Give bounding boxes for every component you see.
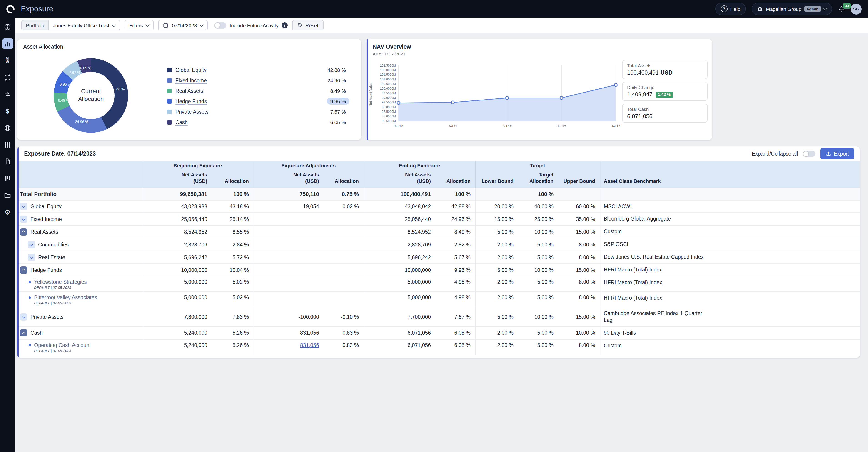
sidebar-item-billing[interactable]: $	[2, 106, 13, 116]
sync-icon	[4, 73, 11, 81]
stat-label: Daily Change	[627, 85, 703, 90]
cell-ub: 8.00 %	[558, 251, 600, 264]
cell-ana: 19,054	[254, 200, 323, 213]
adjustment-link[interactable]: 831,056	[300, 342, 319, 348]
cell-bna: 5,000,000	[142, 292, 212, 307]
legend-value: 6.05 %	[327, 119, 350, 125]
cell-bna: 5,240,000	[142, 327, 212, 339]
sidebar-item-info[interactable]	[2, 21, 13, 32]
col-lower-bound: Lower Bound	[475, 170, 518, 188]
expand-row-button[interactable]	[20, 313, 27, 321]
cell-ana	[254, 292, 323, 307]
user-avatar[interactable]: SG	[851, 3, 862, 14]
cell-eal: 2.82 %	[435, 238, 475, 251]
cell-ana	[254, 225, 323, 238]
sidebar-item-transfers[interactable]	[2, 89, 13, 99]
cell-lb: 2.00 %	[475, 339, 518, 355]
help-button[interactable]: ? Help	[715, 3, 746, 15]
benchmark-text: HFRI Macro (Total) Index	[604, 295, 662, 301]
cell-ena: 5,000,000	[364, 276, 435, 292]
y-tick-label: 100.0000M	[380, 87, 396, 90]
cell-ub: 8.00 %	[558, 276, 600, 292]
portfolio-value: Jones Family Office Trust	[53, 23, 109, 28]
legend-value: 9.96 %	[327, 98, 350, 104]
legend-label[interactable]: Fixed Income	[176, 78, 207, 83]
legend-label[interactable]: Hedge Funds	[176, 98, 207, 104]
cell-aal: 0.02 %	[323, 200, 364, 213]
cell-ana: 750,110	[254, 188, 323, 200]
sidebar-item-files[interactable]	[2, 190, 13, 201]
cell-ub: 35.00 %	[558, 213, 600, 225]
cell-bna: 5,000,000	[142, 276, 212, 292]
expand-row-button[interactable]	[28, 241, 35, 248]
cell-ana	[254, 264, 323, 276]
collapse-row-button[interactable]	[20, 266, 27, 273]
cell-bench: HFRI Macro (Total) Index	[600, 276, 860, 292]
legend-label[interactable]: Private Assets	[176, 109, 209, 114]
donut-segment-label: 24.96 %	[75, 120, 88, 124]
allocation-donut-chart[interactable]: Current Allocation 42.88 %24.96 %8.49 %9…	[54, 58, 128, 133]
legend-label[interactable]: Cash	[176, 119, 188, 125]
holding-name-link[interactable]: Operating Cash Account	[34, 342, 91, 348]
info-icon[interactable]: i	[282, 22, 288, 28]
legend-value: 42.88 %	[324, 66, 349, 73]
holding-name-link[interactable]: Bitterroot Valley Associates	[34, 295, 97, 300]
sidebar-item-metrics[interactable]	[2, 139, 13, 150]
org-switcher[interactable]: Magellan Group Admin	[752, 3, 832, 15]
cell-eal: 6.05 %	[435, 327, 475, 339]
daily-change-percent-badge: 1.42 %	[655, 92, 673, 97]
legend-swatch	[167, 67, 172, 72]
row-name: Fixed Income	[30, 216, 62, 222]
benchmark-text: HFRI Macro (Total) Index	[604, 267, 662, 273]
row-name-cell: Yellowstone StrategiesDEFAULT | 07-05-20…	[17, 276, 142, 292]
donut-hole: Current Allocation	[67, 72, 115, 119]
cell-ta: 5.00 %	[518, 292, 558, 307]
cell-ena: 6,071,056	[364, 339, 435, 355]
sidebar-item-sync[interactable]	[2, 72, 13, 83]
legend-label[interactable]: Global Equity	[176, 67, 207, 72]
cell-lb: 2.00 %	[475, 238, 518, 251]
expand-row-button[interactable]	[28, 253, 35, 261]
sidebar-item-columns[interactable]	[2, 173, 13, 184]
benchmark-text: HFRI Macro (Total) Index	[604, 279, 662, 286]
sidebar-item-exposure[interactable]	[2, 38, 13, 49]
transfer-arrows-icon	[4, 90, 11, 98]
expand-collapse-toggle[interactable]	[803, 151, 815, 157]
sidebar-item-documents[interactable]	[2, 156, 13, 167]
cell-bna: 10,000,000	[142, 264, 212, 276]
collapse-row-button[interactable]	[20, 228, 27, 236]
export-button[interactable]: Export	[820, 148, 855, 159]
exposure-row: Global Equity43,028,98843.18 %19,0540.02…	[17, 200, 860, 213]
cell-ta: 10.00 %	[518, 264, 558, 276]
cell-bench: HFRI Macro (Total) Index	[600, 292, 860, 307]
legend-label[interactable]: Real Assets	[176, 88, 203, 93]
x-tick-label: Jul 13	[557, 124, 566, 128]
cell-bna: 43,028,988	[142, 200, 212, 213]
notifications-button[interactable]: 33	[838, 5, 845, 12]
sidebar-item-currency[interactable]	[2, 122, 13, 133]
cell-bal: 5.02 %	[212, 292, 254, 307]
cell-lb: 2.00 %	[475, 327, 518, 339]
cell-lb: 5.00 %	[475, 225, 518, 238]
cell-ta: 10.00 %	[518, 225, 558, 238]
legend-row: Global Equity42.88 %	[167, 65, 349, 75]
cell-bal: 100 %	[212, 188, 254, 200]
portfolio-select[interactable]: Portfolio Jones Family Office Trust	[21, 20, 120, 30]
cell-ena: 43,048,042	[364, 200, 435, 213]
expand-row-button[interactable]	[20, 215, 27, 223]
filters-dropdown[interactable]: Filters	[125, 20, 154, 30]
collapse-row-button[interactable]	[20, 329, 27, 337]
include-future-label: Include Future Activity	[230, 23, 279, 28]
expand-row-button[interactable]	[20, 203, 27, 210]
date-picker[interactable]: 07/14/2023	[158, 20, 208, 30]
cell-bench: 90 Day T-Bills	[600, 327, 860, 339]
include-future-toggle[interactable]	[214, 22, 226, 28]
column-group-header-row: Beginning Exposure Exposure Adjustments …	[17, 161, 860, 170]
exposure-table: Beginning Exposure Exposure Adjustments …	[17, 161, 860, 355]
reset-button[interactable]: Reset	[292, 20, 323, 30]
sidebar-item-mw[interactable]: MW	[2, 55, 13, 66]
cell-eal: 4.98 %	[435, 276, 475, 292]
holding-name-link[interactable]: Yellowstone Strategies	[34, 279, 87, 285]
exposure-date-title: Exposure Date: 07/14/2023	[24, 151, 96, 157]
sidebar-item-settings[interactable]: ⚙	[2, 206, 13, 217]
